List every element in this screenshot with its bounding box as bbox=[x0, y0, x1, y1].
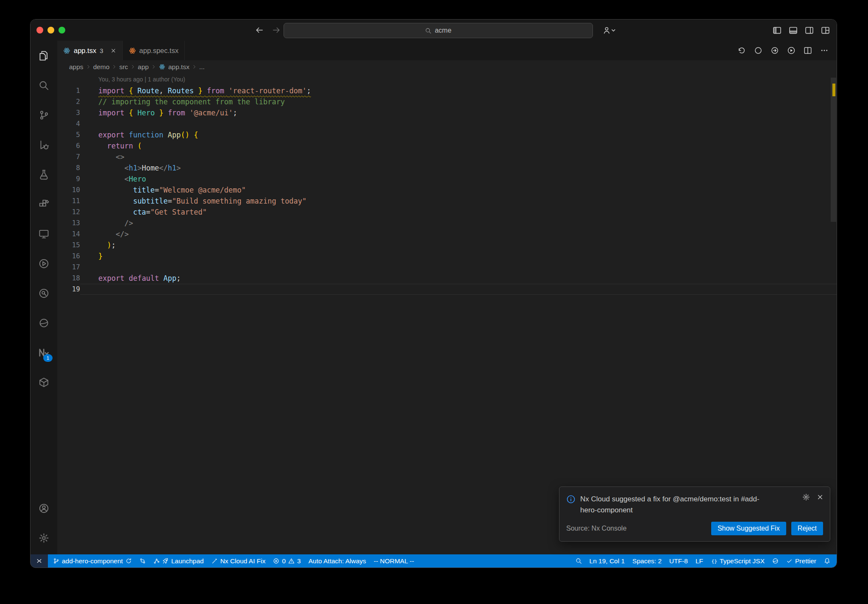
status-item-zoom[interactable] bbox=[572, 554, 586, 568]
code-line-4[interactable]: 4 bbox=[57, 118, 837, 129]
code-line-1[interactable]: 1import { Route, Routes } from 'react-ro… bbox=[57, 85, 837, 96]
search-icon bbox=[576, 558, 582, 564]
breadcrumb-item-src[interactable]: src bbox=[118, 63, 129, 71]
line-content: title="Welcmoe @acme/demo" bbox=[80, 185, 837, 196]
code-line-3[interactable]: 3import { Hero } from '@acme/ui'; bbox=[57, 107, 837, 118]
run-circle-icon bbox=[39, 258, 49, 269]
activity-item-containers[interactable] bbox=[31, 367, 57, 397]
status-item-git-graph[interactable] bbox=[136, 554, 150, 568]
breadcrumb-item-app.tsx[interactable]: app.tsx bbox=[167, 63, 190, 71]
activity-item-run-view[interactable] bbox=[31, 249, 57, 278]
status-label: UTF-8 bbox=[669, 557, 688, 565]
customize-layout-icon[interactable] bbox=[821, 26, 830, 35]
activity-item-nx-console[interactable]: 1 bbox=[31, 338, 57, 367]
breadcrumb: appsdemosrcappapp.tsx... bbox=[57, 60, 837, 73]
activity-item-settings[interactable] bbox=[31, 523, 57, 553]
command-center-search[interactable]: acme bbox=[284, 23, 593, 38]
status-item-prettier[interactable]: Prettier bbox=[782, 554, 820, 568]
toggle-panel-icon[interactable] bbox=[789, 26, 798, 35]
toggle-secondary-sidebar-icon[interactable] bbox=[805, 26, 814, 35]
activity-item-extensions[interactable] bbox=[31, 189, 57, 219]
code-line-9[interactable]: 9 <Hero bbox=[57, 173, 837, 185]
tab-label: app.spec.tsx bbox=[139, 47, 179, 55]
code-line-10[interactable]: 10 title="Welcmoe @acme/demo" bbox=[57, 185, 837, 196]
status-item-problems[interactable]: 03 bbox=[269, 554, 304, 568]
code-line-12[interactable]: 12 cta="Get Started" bbox=[57, 207, 837, 218]
minimize-window-button[interactable] bbox=[47, 27, 54, 34]
split-editor-icon[interactable] bbox=[804, 46, 812, 55]
run-icon[interactable] bbox=[787, 46, 796, 55]
status-item-notifications[interactable] bbox=[820, 554, 834, 568]
notification-close-icon[interactable] bbox=[816, 493, 824, 501]
activity-item-accounts[interactable] bbox=[31, 493, 57, 523]
line-content: return ( bbox=[80, 140, 837, 151]
status-item-auto-attach[interactable]: Auto Attach: Always bbox=[305, 554, 370, 568]
code-line-16[interactable]: 16} bbox=[57, 251, 837, 262]
scrollbar-thumb[interactable] bbox=[831, 78, 836, 222]
breadcrumb-item-app[interactable]: app bbox=[137, 63, 150, 71]
activity-item-gitlens-inspect[interactable] bbox=[31, 278, 57, 308]
line-content: subtitle="Build something amazing today" bbox=[80, 196, 837, 207]
status-item-remote[interactable] bbox=[31, 554, 48, 568]
notification-source: Source: Nx Console bbox=[566, 525, 626, 532]
code-line-14[interactable]: 14 </> bbox=[57, 229, 837, 240]
code-line-5[interactable]: 5export function App() { bbox=[57, 129, 837, 140]
line-content: </> bbox=[80, 229, 837, 240]
maximize-window-button[interactable] bbox=[58, 27, 65, 34]
activity-item-testing[interactable] bbox=[31, 159, 57, 189]
editor[interactable]: You, 3 hours ago | 1 author (You) 1impor… bbox=[57, 73, 837, 554]
notification-settings-icon[interactable] bbox=[802, 493, 810, 501]
breadcrumb-item-apps[interactable]: apps bbox=[68, 63, 84, 71]
breadcrumb-symbol-ellipsis[interactable]: ... bbox=[198, 63, 206, 71]
code-line-11[interactable]: 11 subtitle="Build something amazing tod… bbox=[57, 196, 837, 207]
activity-item-remote-explorer[interactable] bbox=[31, 219, 57, 249]
tab-app.spec.tsx[interactable]: app.spec.tsx bbox=[123, 41, 185, 60]
status-item-launchpad[interactable]: Launchpad bbox=[150, 554, 208, 568]
tab-close-icon[interactable] bbox=[110, 48, 117, 54]
status-item-indentation[interactable]: Spaces: 2 bbox=[629, 554, 665, 568]
close-window-button[interactable] bbox=[36, 27, 43, 34]
activity-item-edge-tools[interactable] bbox=[31, 308, 57, 338]
breadcrumb-item-demo[interactable]: demo bbox=[92, 63, 111, 71]
code-line-15[interactable]: 15 ); bbox=[57, 240, 837, 251]
status-item-eol[interactable]: LF bbox=[692, 554, 707, 568]
more-icon[interactable] bbox=[820, 46, 829, 55]
nav-forward-icon[interactable] bbox=[272, 26, 281, 34]
code-line-6[interactable]: 6 return ( bbox=[57, 140, 837, 151]
circle-outline-icon[interactable] bbox=[754, 46, 762, 55]
editor-group: app.tsx3app.spec.tsx appsdemosrcappapp.t… bbox=[57, 41, 837, 554]
activity-item-explorer[interactable] bbox=[31, 41, 57, 70]
circle-arrow-right-icon[interactable] bbox=[771, 46, 779, 55]
code-line-2[interactable]: 2// importing the component from the lib… bbox=[57, 96, 837, 107]
nav-back-icon[interactable] bbox=[255, 26, 264, 34]
code-line-19[interactable]: 19 bbox=[57, 284, 837, 295]
status-label: -- NORMAL -- bbox=[374, 557, 414, 565]
line-number: 12 bbox=[57, 207, 80, 218]
git-compare-icon bbox=[139, 558, 146, 564]
activity-item-run-and-debug[interactable] bbox=[31, 130, 57, 159]
status-item-encoding[interactable]: UTF-8 bbox=[665, 554, 692, 568]
code-line-8[interactable]: 8 <h1>Home</h1> bbox=[57, 162, 837, 173]
status-item-vim-mode[interactable]: -- NORMAL -- bbox=[370, 554, 418, 568]
status-item-edge[interactable] bbox=[768, 554, 782, 568]
status-item-cursor-position[interactable]: Ln 19, Col 1 bbox=[586, 554, 629, 568]
profile-menu-icon[interactable] bbox=[603, 26, 616, 35]
codelens-blame[interactable]: You, 3 hours ago | 1 author (You) bbox=[98, 73, 837, 85]
testing-icon bbox=[39, 169, 49, 180]
status-item-nx-cloud-ai-fix[interactable]: Nx Cloud AI Fix bbox=[208, 554, 270, 568]
line-number: 14 bbox=[57, 229, 80, 240]
show-suggested-fix-button[interactable]: Show Suggested Fix bbox=[711, 522, 786, 535]
explorer-icon bbox=[39, 50, 49, 61]
code-line-18[interactable]: 18export default App; bbox=[57, 273, 837, 284]
status-item-branch[interactable]: add-hero-component bbox=[49, 554, 136, 568]
code-line-17[interactable]: 17 bbox=[57, 262, 837, 273]
reject-button[interactable]: Reject bbox=[791, 522, 823, 535]
activity-item-source-control[interactable] bbox=[31, 100, 57, 130]
tab-app.tsx[interactable]: app.tsx3 bbox=[57, 41, 123, 60]
code-line-7[interactable]: 7 <> bbox=[57, 151, 837, 162]
history-back-icon[interactable] bbox=[737, 46, 746, 55]
toggle-primary-sidebar-icon[interactable] bbox=[773, 26, 782, 35]
activity-item-search[interactable] bbox=[31, 70, 57, 100]
status-item-language-mode[interactable]: {}TypeScript JSX bbox=[707, 554, 768, 568]
code-line-13[interactable]: 13 /> bbox=[57, 218, 837, 229]
